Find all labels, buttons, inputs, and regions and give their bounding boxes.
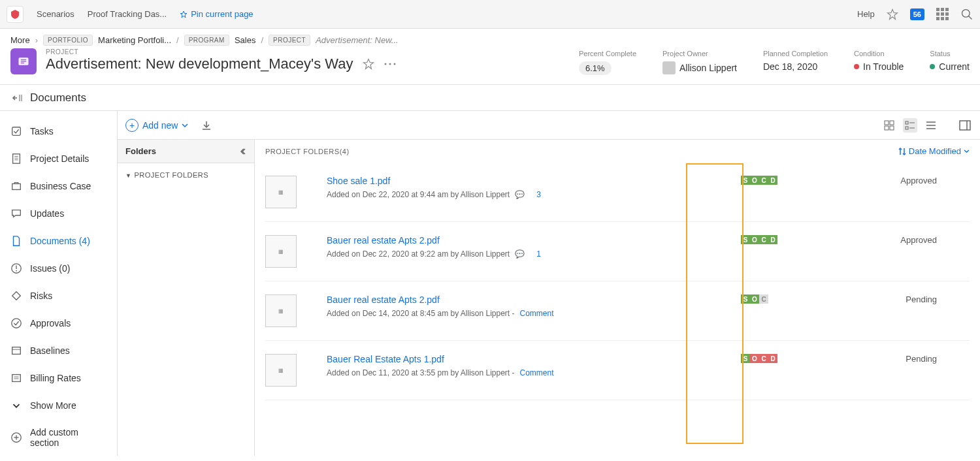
app-logo[interactable] [7,6,24,23]
sidebar-item-add-custom[interactable]: Add custom section [0,419,117,456]
folders-tree: ▼PROJECT FOLDERS [118,163,254,187]
sidebar-item-documents[interactable]: Documents (4) [0,227,117,255]
briefcase-icon [10,180,22,192]
document-thumbnail: ▦ [265,294,297,327]
documents-area: PROJECT FOLDERS(4) Date Modified ▦ Shoe … [255,140,980,456]
meta-owner-value: Allison Lippert [679,63,737,73]
collapse-icon[interactable] [238,148,246,155]
add-new-button[interactable]: + Add new [125,119,188,132]
sidebar-item-risks[interactable]: Risks [0,282,117,310]
svg-rect-20 [12,183,21,189]
sidebar-item-show-more[interactable]: Show More [0,392,117,419]
folder-root[interactable]: ▼PROJECT FOLDERS [125,171,246,179]
status-dot-icon [930,64,935,69]
breadcrumb-more[interactable]: More [10,35,30,45]
document-title[interactable]: Bauer real estate Apts 2.pdf [327,294,741,305]
issues-icon [10,262,22,274]
pin-page-link[interactable]: Pin current page [180,9,253,19]
document-info: Bauer Real Estate Apts 1.pdf Added on De… [327,354,741,377]
list-icon [926,120,936,131]
view-list-large-button[interactable] [903,118,917,133]
documents-icon [10,235,22,247]
svg-point-10 [389,63,391,65]
comment-link[interactable]: Comment [520,309,554,318]
document-row[interactable]: ▦ Bauer Real Estate Apts 1.pdf Added on … [265,341,970,400]
pin-icon [180,10,188,18]
apps-icon[interactable] [936,8,949,20]
svg-rect-16 [13,154,20,163]
sidebar-item-label: Add custom section [30,427,106,448]
document-meta-text: Added on Dec 22, 2020 at 9:22 am by Alli… [327,249,510,259]
sort-icon [898,147,906,156]
notification-badge[interactable]: 56 [910,8,924,20]
breadcrumb-sep: / [261,35,263,45]
comment-count[interactable]: 3 [536,190,541,199]
star-icon[interactable] [363,58,374,70]
meta-percent-value: 6.1% [579,61,612,75]
document-title[interactable]: Bauer Real Estate Apts 1.pdf [327,354,741,364]
download-button[interactable] [201,120,212,131]
document-row[interactable]: ▦ Shoe sale 1.pdf Added on Dec 22, 2020 … [265,163,970,222]
sidebar-item-business-case[interactable]: Business Case [0,172,117,200]
sidebar-item-project-details[interactable]: Project Details [0,145,117,172]
socd-cell: S [741,354,750,363]
meta-status-value: Current [939,61,970,72]
socd-cell: O [750,294,759,304]
more-actions-icon[interactable] [384,63,396,65]
favorite-icon[interactable] [887,8,898,20]
updates-icon [10,208,22,219]
sidebar-item-label: Business Case [30,181,91,191]
document-row[interactable]: ▦ Bauer real estate Apts 2.pdf Added on … [265,281,970,341]
document-meta-text: Added on Dec 14, 2020 at 8:45 am by Alli… [327,309,515,318]
sidebar-item-label: Billing Rates [30,373,81,383]
view-grid-button[interactable] [882,118,896,133]
sidebar-item-baselines[interactable]: Baselines [0,337,117,364]
view-panel-button[interactable] [958,118,972,133]
socd-cell: C [759,235,768,244]
sidebar-item-updates[interactable]: Updates [0,200,117,227]
svg-rect-39 [890,126,894,130]
documents-header: PROJECT FOLDERS(4) Date Modified [255,140,980,163]
breadcrumb-program[interactable]: Sales [235,35,256,45]
view-list-button[interactable] [924,118,938,133]
document-thumbnail: ▦ [265,235,297,268]
document-meta: Added on Dec 11, 2020 at 3:55 pm by Alli… [327,368,741,377]
help-link[interactable]: Help [857,9,875,19]
sidebar-item-approvals[interactable]: Approvals [0,310,117,337]
breadcrumb-portfolio[interactable]: Marketing Portfoli... [98,35,171,45]
document-thumbnail: ▦ [265,354,297,387]
chevron-down-icon [964,150,970,153]
svg-marker-24 [12,292,21,300]
content-body: Folders ▼PROJECT FOLDERS PROJECT FOLDERS… [118,140,980,456]
nav-proof-tracking[interactable]: Proof Tracking Das... [88,9,167,19]
plus-circle-icon [10,432,22,443]
comment-link[interactable]: Comment [520,368,554,377]
svg-marker-8 [364,59,374,69]
breadcrumb-sep: / [176,35,179,45]
sidebar-item-issues[interactable]: Issues (0) [0,255,117,282]
document-title[interactable]: Bauer real estate Apts 2.pdf [327,235,741,246]
sort-dropdown[interactable]: Date Modified [898,146,970,156]
sidebar-item-tasks[interactable]: Tasks [0,118,117,145]
list-large-icon [905,120,915,131]
back-icon[interactable] [10,93,22,103]
sidebar-item-label: Baselines [30,345,70,356]
document-title[interactable]: Shoe sale 1.pdf [327,176,741,186]
socd-cell: C [759,354,768,363]
document-meta: Added on Dec 22, 2020 at 9:22 am by Alli… [327,249,741,259]
document-status: Pending [878,354,937,364]
svg-line-3 [969,16,972,19]
risks-icon [10,290,22,302]
sidebar-item-billing-rates[interactable]: Billing Rates [0,364,117,392]
meta-owner: Project Owner Allison Lippert [662,50,737,74]
meta-status: Status Current [930,50,970,72]
svg-rect-38 [885,126,889,130]
baselines-icon [10,345,22,357]
socd-cell: S [741,176,750,185]
document-row[interactable]: ▦ Bauer real estate Apts 2.pdf Added on … [265,222,970,281]
nav-scenarios[interactable]: Scenarios [37,9,74,19]
search-icon[interactable] [960,8,973,21]
comment-count[interactable]: 1 [536,249,541,259]
pin-page-label: Pin current page [191,9,253,19]
grid-icon [884,120,894,131]
